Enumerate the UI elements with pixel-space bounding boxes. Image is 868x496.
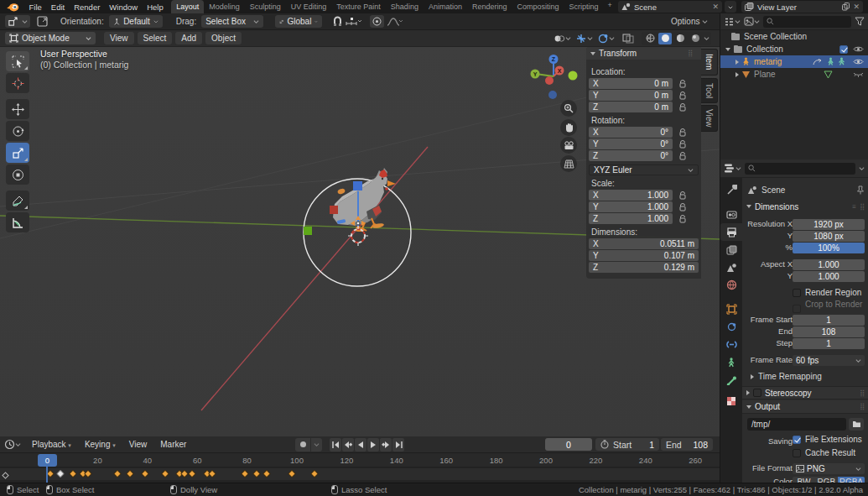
tool-options-icon[interactable] <box>37 16 49 27</box>
channel-expand-icon[interactable] <box>2 472 9 479</box>
render-region-checkbox[interactable] <box>793 289 801 297</box>
auto-key-options[interactable] <box>311 438 322 452</box>
lock-icon[interactable] <box>678 213 688 224</box>
active-tool-icon[interactable] <box>5 15 30 28</box>
tab-physics-props[interactable] <box>720 318 742 336</box>
location-y-row[interactable]: Y0 m <box>589 90 688 101</box>
navigation-gizmo[interactable]: Z X Y <box>528 54 580 106</box>
scale-x-row[interactable]: X1.000 <box>589 190 688 201</box>
pan-hand-icon[interactable] <box>560 119 577 136</box>
lock-icon[interactable] <box>678 201 688 212</box>
tab-shading[interactable]: Shading <box>386 0 424 13</box>
playhead[interactable]: 0 <box>38 454 57 467</box>
collection-checkbox[interactable] <box>839 45 848 54</box>
dimensions-y-row[interactable]: Y0.107 m <box>589 250 699 261</box>
rotation-x-row[interactable]: X0° <box>589 127 688 138</box>
percent-slider[interactable]: 100% <box>793 243 865 253</box>
tab-render-props[interactable] <box>720 206 742 223</box>
scene-browse-button[interactable] <box>725 1 736 13</box>
panel-grip[interactable]: ⣿ <box>688 50 694 57</box>
tab-object-props[interactable] <box>720 300 742 318</box>
outliner-row-plane[interactable]: Plane <box>720 68 868 81</box>
cache-result-row[interactable]: Cache Result <box>793 448 855 457</box>
color-rgb-button[interactable]: RGB <box>815 477 838 483</box>
tab-texture-paint[interactable]: Texture Paint <box>331 0 386 13</box>
output-path-field[interactable]: /tmp/ <box>747 418 846 431</box>
scene-selector[interactable]: Scene ✕ <box>618 1 722 13</box>
xray-toggle[interactable] <box>622 34 634 44</box>
timeline-keyframe-area[interactable] <box>0 467 720 482</box>
tab-item[interactable]: Item <box>701 49 718 76</box>
expand-icon[interactable] <box>735 60 739 65</box>
resolution-x-field[interactable]: 1920 px <box>793 219 865 230</box>
shading-wireframe-button[interactable] <box>643 33 657 44</box>
tab-bone-props[interactable] <box>720 371 742 389</box>
filter-icon[interactable] <box>855 17 865 26</box>
timeline-editor-type[interactable] <box>4 439 21 450</box>
timeline-ruler[interactable]: 0 20406080100120140160180200220240260 <box>0 453 720 467</box>
output-panel-header[interactable]: Output ⣿ <box>742 400 868 414</box>
drag-dropdown[interactable]: Select Box <box>201 15 263 28</box>
eye-icon[interactable] <box>853 45 864 53</box>
remove-view-layer-icon[interactable]: ✕ <box>853 3 860 11</box>
current-frame-field[interactable]: 0 <box>545 438 592 451</box>
tab-output-props[interactable] <box>720 223 742 241</box>
grid-toggle-icon[interactable] <box>560 155 577 172</box>
location-x-row[interactable]: X0 m <box>589 78 688 89</box>
shading-material-button[interactable] <box>673 33 687 44</box>
dimensions-panel-header[interactable]: Dimensions ≡ ⣿ <box>742 200 868 213</box>
crop-checkbox[interactable] <box>793 305 801 313</box>
outliner-search[interactable] <box>763 16 851 28</box>
tab-world-props[interactable] <box>720 276 742 294</box>
file-format-dropdown[interactable]: PNG <box>793 463 865 474</box>
tab-texture-props[interactable] <box>720 392 742 410</box>
snap-magnet-icon[interactable] <box>332 16 343 27</box>
properties-editor-type[interactable] <box>724 163 741 174</box>
tool-select-box[interactable] <box>6 51 29 71</box>
lock-icon[interactable] <box>678 90 688 101</box>
rotation-y-row[interactable]: Y0° <box>589 138 688 149</box>
menu-marker[interactable]: Marker <box>154 438 192 451</box>
lock-icon[interactable] <box>678 102 688 112</box>
tab-scene-props[interactable] <box>720 258 742 276</box>
outliner-display-mode[interactable] <box>724 17 741 27</box>
jump-to-start-button[interactable] <box>330 438 341 452</box>
scene-unlink-icon[interactable]: ✕ <box>712 3 719 11</box>
tab-sculpting[interactable]: Sculpting <box>245 0 286 13</box>
tab-layout[interactable]: Layout <box>171 0 204 13</box>
tool-measure[interactable] <box>6 212 29 232</box>
auto-key-button[interactable] <box>295 438 310 452</box>
mode-dropdown[interactable]: Object Mode <box>5 32 96 44</box>
stereoscopy-panel-header[interactable]: Stereoscopy ⣿ <box>742 386 868 399</box>
tab-scripting[interactable]: Scripting <box>564 0 603 13</box>
camera-view-icon[interactable] <box>560 137 577 154</box>
next-keyframe-button[interactable] <box>380 438 392 452</box>
outliner-row-collection[interactable]: Collection <box>720 43 868 55</box>
expand-icon[interactable] <box>725 48 730 51</box>
tool-scale[interactable] <box>6 143 29 163</box>
end-field[interactable]: 108 <box>793 326 865 337</box>
frame-start-widget[interactable]: Start 1 <box>595 438 659 451</box>
menu-render[interactable]: Render <box>70 3 105 12</box>
shading-solid-button[interactable] <box>658 33 672 44</box>
time-remapping-panel[interactable]: Time Remapping <box>751 372 822 381</box>
dimensions-z-row[interactable]: Z0.129 m <box>589 262 699 273</box>
tab-view[interactable]: View <box>701 105 718 132</box>
proportional-edit-icon[interactable] <box>370 15 384 28</box>
dimensions-x-row[interactable]: X0.0511 m <box>589 238 699 249</box>
transform-panel-header[interactable]: Transform ⣿ <box>586 47 701 60</box>
location-z-row[interactable]: Z0 m <box>589 102 688 112</box>
snap-target-icon[interactable] <box>345 17 361 27</box>
blender-logo-icon[interactable] <box>0 3 24 12</box>
shading-rendered-button[interactable] <box>689 33 702 44</box>
snapping-group[interactable] <box>332 16 361 27</box>
stereoscopy-checkbox[interactable] <box>753 389 761 397</box>
tab-compositing[interactable]: Compositing <box>512 0 564 13</box>
tab-constraints-props[interactable] <box>720 336 742 353</box>
properties-search[interactable] <box>745 163 855 175</box>
viewport-3d[interactable]: User Perspective (0) Collection | metari… <box>0 47 720 436</box>
add-workspace-button[interactable]: + <box>604 0 616 13</box>
menu-help[interactable]: Help <box>143 3 169 12</box>
tab-tool-props[interactable] <box>720 181 742 199</box>
resolution-y-field[interactable]: 1080 px <box>793 231 865 242</box>
